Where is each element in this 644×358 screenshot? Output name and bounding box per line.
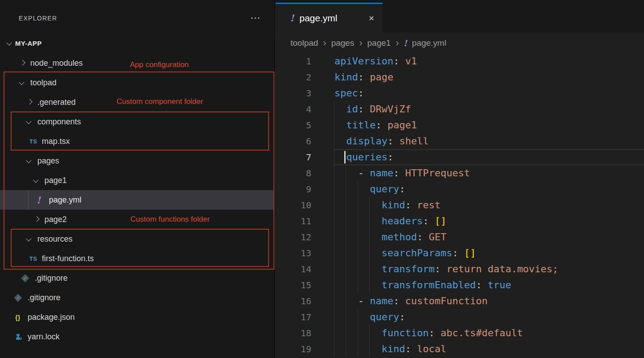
- code-text[interactable]: - name: customFunction: [334, 293, 644, 309]
- tree-item-label: resources: [37, 235, 72, 244]
- code-text[interactable]: headers: []: [334, 213, 644, 229]
- code-text[interactable]: function: abc.ts#default: [334, 325, 644, 341]
- code-line-2[interactable]: 2kind: page: [275, 69, 644, 85]
- code-line-4[interactable]: 4 id: DRwVjZf: [275, 101, 644, 117]
- code-text[interactable]: transform: return data.movies;: [334, 261, 644, 277]
- code-line-11[interactable]: 11 headers: []: [275, 213, 644, 229]
- indent-guide: [334, 165, 334, 181]
- tree-item-resources[interactable]: resources: [0, 229, 274, 249]
- tree-item-label: package.json: [28, 313, 75, 322]
- breadcrumb-page1[interactable]: page1: [367, 38, 391, 48]
- tree-item-toolpad[interactable]: toolpad: [0, 73, 274, 92]
- code-text[interactable]: kind: page: [334, 69, 644, 85]
- git-icon: [14, 294, 22, 302]
- explorer-sidebar: EXPLORER ··· MY-APP node_modulestoolpad.…: [0, 0, 275, 358]
- code-text[interactable]: id: DRwVjZf: [334, 101, 644, 117]
- code-text[interactable]: display: shell: [334, 133, 644, 149]
- tree-item-yarn-lock[interactable]: yarn.lock: [0, 327, 274, 346]
- indent-guide: [346, 229, 346, 245]
- code-line-18[interactable]: 18 function: abc.ts#default: [275, 325, 644, 341]
- code-text[interactable]: - name: HTTPrequest: [334, 165, 644, 181]
- code-text[interactable]: query:: [334, 309, 644, 325]
- breadcrumb-page-yml[interactable]: page.yml: [412, 38, 446, 48]
- explorer-title: EXPLORER: [19, 15, 57, 22]
- close-icon[interactable]: ✕: [369, 14, 374, 23]
- tree-item--gitignore[interactable]: .gitignore: [0, 288, 274, 307]
- tree-item-pages[interactable]: pages: [0, 151, 274, 171]
- chevron-right-icon: [27, 99, 32, 104]
- code-text[interactable]: kind: local: [334, 341, 644, 357]
- code-text[interactable]: queries:: [334, 149, 644, 165]
- tree-item-page2[interactable]: page2: [0, 210, 274, 229]
- tree-item-node-modules[interactable]: node_modules: [0, 53, 274, 73]
- indent-guide: [334, 197, 334, 213]
- line-number: 12: [275, 229, 334, 245]
- indent-guide: [334, 325, 334, 341]
- line-number: 19: [275, 341, 334, 357]
- code-line-19[interactable]: 19 kind: local: [275, 341, 644, 357]
- tree-item-first-function-ts[interactable]: TSfirst-function.ts: [0, 249, 274, 268]
- code-line-6[interactable]: 6 display: shell: [275, 133, 644, 149]
- tree-item-label: map.tsx: [42, 137, 70, 146]
- breadcrumb-toolpad[interactable]: toolpad: [290, 38, 318, 48]
- breadcrumb-pages[interactable]: pages: [331, 38, 354, 48]
- yaml-warning-icon: !: [290, 12, 294, 24]
- tab-page-yml[interactable]: ! page.yml ✕: [276, 3, 382, 32]
- indent-guide: [369, 245, 370, 261]
- code-line-16[interactable]: 16 - name: customFunction: [275, 293, 644, 309]
- indent-guide: [346, 197, 346, 213]
- code-text[interactable]: apiVersion: v1: [334, 53, 644, 69]
- indent-guide: [346, 277, 346, 293]
- code-line-15[interactable]: 15 transformEnabled: true: [275, 277, 644, 293]
- tree-item-page1[interactable]: page1: [0, 171, 274, 190]
- indent-guide: [358, 341, 358, 357]
- line-number: 11: [275, 213, 334, 229]
- code-text[interactable]: spec:: [334, 85, 644, 101]
- code-line-7[interactable]: 7 queries:: [275, 149, 644, 165]
- line-number: 2: [275, 69, 334, 85]
- code-text[interactable]: searchParams: []: [334, 245, 644, 261]
- code-editor[interactable]: 1apiVersion: v12kind: page3spec:4 id: DR…: [275, 53, 644, 357]
- code-text[interactable]: method: GET: [334, 229, 644, 245]
- tree-item-map-tsx[interactable]: TSmap.tsx: [0, 131, 274, 151]
- indent-guide: [369, 229, 370, 245]
- tree-item-components[interactable]: components: [0, 112, 274, 131]
- chevron-right-icon: ›: [359, 39, 362, 47]
- code-line-17[interactable]: 17 query:: [275, 309, 644, 325]
- tree-item--generated[interactable]: .generated: [0, 92, 274, 112]
- tree-item--gitignore[interactable]: .gitignore: [0, 268, 274, 288]
- code-line-12[interactable]: 12 method: GET: [275, 229, 644, 245]
- indent-guide: [358, 181, 358, 197]
- line-number: 14: [275, 261, 334, 277]
- tab-label: page.yml: [299, 13, 337, 24]
- indent-guide: [334, 101, 334, 117]
- code-line-10[interactable]: 10 kind: rest: [275, 197, 644, 213]
- tree-item-label: first-function.ts: [42, 254, 94, 263]
- tree-item-page-yml[interactable]: !page.yml: [0, 190, 274, 210]
- code-line-5[interactable]: 5 title: page1: [275, 117, 644, 133]
- indent-guide: [369, 277, 370, 293]
- code-line-9[interactable]: 9 query:: [275, 181, 644, 197]
- indent-guide: [358, 229, 358, 245]
- code-line-3[interactable]: 3spec:: [275, 85, 644, 101]
- indent-guide: [358, 213, 358, 229]
- line-number: 7: [275, 149, 334, 165]
- code-line-14[interactable]: 14 transform: return data.movies;: [275, 261, 644, 277]
- code-line-13[interactable]: 13 searchParams: []: [275, 245, 644, 261]
- code-text[interactable]: transformEnabled: true: [334, 277, 644, 293]
- tree-item-my-app[interactable]: MY-APP: [0, 33, 274, 53]
- indent-guide: [358, 277, 358, 293]
- code-line-1[interactable]: 1apiVersion: v1: [275, 53, 644, 69]
- code-line-8[interactable]: 8 - name: HTTPrequest: [275, 165, 644, 181]
- more-actions-icon[interactable]: ···: [251, 16, 261, 20]
- indent-guide: [369, 341, 370, 357]
- code-text[interactable]: kind: rest: [334, 197, 644, 213]
- indent-guide: [334, 149, 334, 165]
- code-text[interactable]: query:: [334, 181, 644, 197]
- file-tree: node_modulestoolpad.generatedcomponentsT…: [0, 53, 274, 346]
- code-text[interactable]: title: page1: [334, 117, 644, 133]
- tree-item-package-json[interactable]: {}package.json: [0, 307, 274, 327]
- yarn-cat-icon: [15, 333, 22, 340]
- line-number: 8: [275, 165, 334, 181]
- chevron-right-icon: [20, 60, 25, 65]
